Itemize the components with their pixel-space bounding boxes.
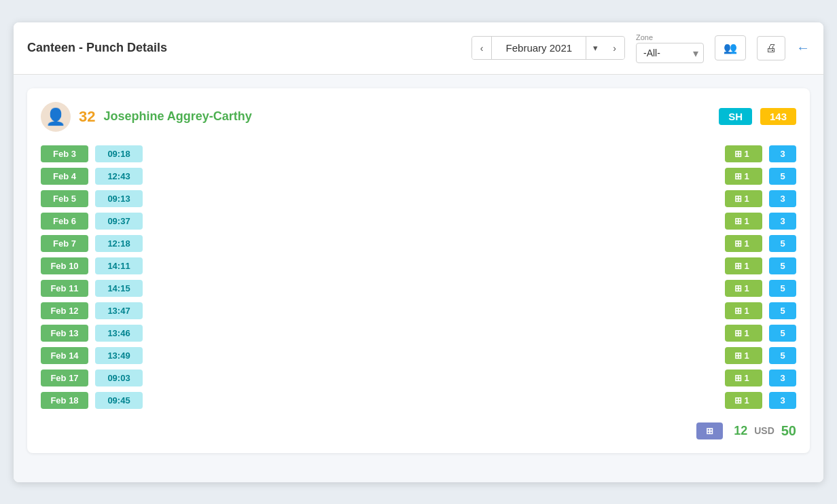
date-navigator: ‹ February 2021 ▾ › (471, 36, 625, 60)
total-machine-badge: ⊞ (696, 422, 723, 439)
punch-row: Feb 7 12:18 ⊞ 1 5 (41, 235, 796, 252)
usd-value: 50 (781, 423, 796, 439)
punch-date: Feb 12 (41, 302, 88, 319)
punch-time: 14:11 (95, 257, 143, 274)
machine-badge: ⊞ 1 (725, 145, 762, 162)
punch-time: 14:15 (95, 280, 143, 297)
prev-month-button[interactable]: ‹ (472, 37, 492, 59)
punch-rows-container: Feb 3 09:18 ⊞ 1 3 Feb 4 12:43 ⊞ 1 5 Feb … (41, 145, 796, 409)
punch-row: Feb 18 09:45 ⊞ 1 3 (41, 392, 796, 409)
usd-label: USD (754, 425, 774, 436)
print-icon: 🖨 (766, 42, 777, 54)
punch-date: Feb 11 (41, 280, 88, 297)
punch-date: Feb 13 (41, 325, 88, 342)
punch-row: Feb 11 14:15 ⊞ 1 5 (41, 280, 796, 297)
machine-badge: ⊞ 1 (725, 235, 762, 252)
page-title: Canteen - Punch Details (27, 41, 167, 55)
count-badge: 3 (769, 190, 796, 207)
month-dropdown-button[interactable]: ▾ (586, 37, 605, 58)
machine-badge: ⊞ 1 (725, 392, 762, 409)
count-badge: 5 (769, 325, 796, 342)
machine-badge: ⊞ 1 (725, 325, 762, 342)
punch-row: Feb 5 09:13 ⊞ 1 3 (41, 190, 796, 207)
zone-section: Zone -All- (636, 33, 704, 63)
zone-select[interactable]: -All- (636, 43, 704, 63)
footer-totals: ⊞ 12 USD 50 (41, 422, 796, 439)
header-bar: Canteen - Punch Details ‹ February 2021 … (14, 22, 823, 75)
count-badge: 3 (769, 213, 796, 230)
machine-badge: ⊞ 1 (725, 168, 762, 185)
count-badge: 5 (769, 235, 796, 252)
punch-date: Feb 18 (41, 392, 88, 409)
machine-badge: ⊞ 1 (725, 280, 762, 297)
shift-badge: SH (719, 108, 752, 125)
employee-badge-number: 143 (760, 108, 796, 125)
punch-time: 12:18 (95, 235, 143, 252)
punch-time: 09:13 (95, 190, 143, 207)
main-window: Canteen - Punch Details ‹ February 2021 … (14, 22, 823, 482)
machine-badge: ⊞ 1 (725, 347, 762, 364)
punch-row: Feb 4 12:43 ⊞ 1 5 (41, 168, 796, 185)
back-icon: ← (796, 40, 810, 55)
machine-badge: ⊞ 1 (725, 370, 762, 386)
count-badge: 5 (769, 280, 796, 297)
avatar: 👤 (41, 102, 71, 132)
count-badge: 3 (769, 392, 796, 409)
avatar-icon: 👤 (46, 107, 66, 126)
machine-badge: ⊞ 1 (725, 190, 762, 207)
employee-id: 32 (79, 108, 95, 126)
punch-time: 12:43 (95, 168, 143, 185)
punch-row: Feb 17 09:03 ⊞ 1 3 (41, 370, 796, 386)
next-month-button[interactable]: › (605, 37, 624, 59)
punch-time: 13:49 (95, 347, 143, 364)
back-button[interactable]: ← (796, 40, 810, 56)
count-badge: 3 (769, 370, 796, 386)
punch-time: 09:18 (95, 145, 143, 162)
count-badge: 5 (769, 168, 796, 185)
machine-badge: ⊞ 1 (725, 213, 762, 230)
punch-time: 09:45 (95, 392, 143, 409)
group-button[interactable]: 👥 (715, 35, 746, 60)
punch-date: Feb 5 (41, 190, 88, 207)
count-badge: 5 (769, 257, 796, 274)
punch-time: 13:46 (95, 325, 143, 342)
punch-time: 13:47 (95, 302, 143, 319)
total-machine-count: 12 (734, 424, 747, 438)
punch-date: Feb 6 (41, 213, 88, 230)
total-machine-icon: ⊞ (706, 426, 713, 436)
punch-row: Feb 12 13:47 ⊞ 1 5 (41, 302, 796, 319)
punch-date: Feb 3 (41, 145, 88, 162)
count-badge: 5 (769, 302, 796, 319)
punch-card: 👤 32 Josephine Aggrey-Carthy SH 143 Feb … (27, 88, 810, 453)
punch-row: Feb 6 09:37 ⊞ 1 3 (41, 213, 796, 230)
punch-date: Feb 7 (41, 235, 88, 252)
punch-date: Feb 10 (41, 257, 88, 274)
punch-row: Feb 3 09:18 ⊞ 1 3 (41, 145, 796, 162)
machine-badge: ⊞ 1 (725, 257, 762, 274)
zone-wrapper: -All- (636, 43, 704, 63)
zone-label: Zone (636, 33, 704, 41)
punch-date: Feb 17 (41, 370, 88, 386)
machine-badge: ⊞ 1 (725, 302, 762, 319)
count-badge: 3 (769, 145, 796, 162)
punch-time: 09:37 (95, 213, 143, 230)
punch-row: Feb 14 13:49 ⊞ 1 5 (41, 347, 796, 364)
main-content: 👤 32 Josephine Aggrey-Carthy SH 143 Feb … (14, 75, 823, 482)
punch-time: 09:03 (95, 370, 143, 386)
print-button[interactable]: 🖨 (757, 36, 785, 60)
group-icon: 👥 (724, 42, 737, 54)
employee-name: Josephine Aggrey-Carthy (103, 109, 711, 124)
current-month-label: February 2021 (491, 37, 586, 59)
punch-date: Feb 4 (41, 168, 88, 185)
punch-row: Feb 10 14:11 ⊞ 1 5 (41, 257, 796, 274)
count-badge: 5 (769, 347, 796, 364)
punch-row: Feb 13 13:46 ⊞ 1 5 (41, 325, 796, 342)
employee-header: 👤 32 Josephine Aggrey-Carthy SH 143 (41, 102, 796, 132)
punch-date: Feb 14 (41, 347, 88, 364)
